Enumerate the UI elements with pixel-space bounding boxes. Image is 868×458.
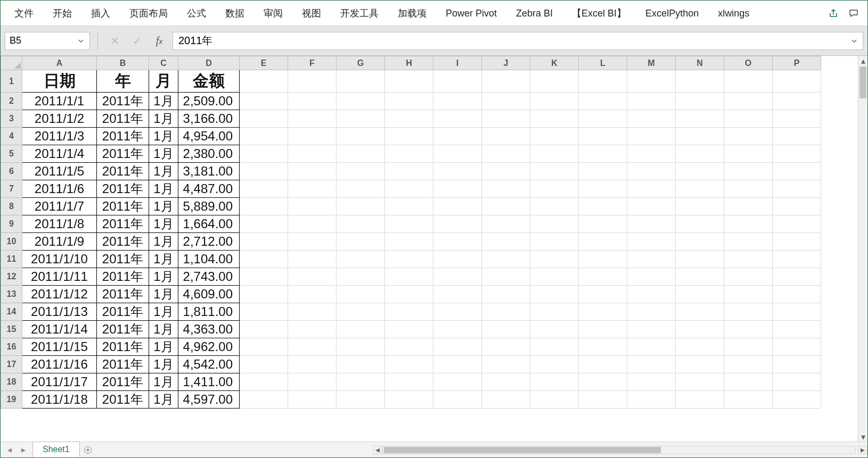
cell-O12[interactable]: [724, 268, 773, 286]
cell-O6[interactable]: [724, 163, 773, 180]
cell-C16[interactable]: 1月: [149, 338, 178, 356]
cell-N12[interactable]: [676, 268, 724, 286]
cell-G6[interactable]: [337, 163, 385, 180]
cell-D3[interactable]: 3,166.00: [178, 110, 240, 128]
column-header-C[interactable]: C: [149, 56, 178, 70]
cell-I3[interactable]: [433, 110, 482, 128]
sheet-nav-next-icon[interactable]: ▸: [18, 444, 29, 456]
cell-B9[interactable]: 2011年: [97, 215, 149, 233]
cell-A18[interactable]: 2011/1/17: [22, 373, 97, 391]
cell-H5[interactable]: [385, 145, 433, 163]
cell-B15[interactable]: 2011年: [97, 321, 149, 338]
cell-D19[interactable]: 4,597.00: [178, 391, 240, 409]
cell-E10[interactable]: [240, 233, 288, 251]
cell-E14[interactable]: [240, 303, 288, 321]
row-header-9[interactable]: 9: [1, 215, 22, 233]
cell-C14[interactable]: 1月: [149, 303, 178, 321]
column-header-M[interactable]: M: [627, 56, 676, 70]
cell-A7[interactable]: 2011/1/6: [22, 180, 97, 198]
scroll-up-icon[interactable]: ▴: [858, 56, 867, 65]
ribbon-tab-4[interactable]: 公式: [177, 1, 216, 26]
cell-O9[interactable]: [724, 215, 773, 233]
ribbon-tab-10[interactable]: Power Pivot: [436, 1, 506, 26]
cell-A15[interactable]: 2011/1/14: [22, 321, 97, 338]
ribbon-tab-5[interactable]: 数据: [216, 1, 254, 26]
cell-A16[interactable]: 2011/1/15: [22, 338, 97, 356]
cell-K6[interactable]: [530, 163, 579, 180]
cell-F12[interactable]: [288, 268, 337, 286]
cell-A17[interactable]: 2011/1/16: [22, 356, 97, 373]
cell-M4[interactable]: [627, 128, 676, 145]
cell-D18[interactable]: 1,411.00: [178, 373, 240, 391]
cell-G18[interactable]: [337, 373, 385, 391]
cell-A6[interactable]: 2011/1/5: [22, 163, 97, 180]
cell-L5[interactable]: [579, 145, 627, 163]
ribbon-tab-13[interactable]: ExcelPython: [636, 1, 708, 26]
column-header-K[interactable]: K: [530, 56, 579, 70]
cell-N11[interactable]: [676, 251, 724, 268]
cell-F8[interactable]: [288, 198, 337, 215]
ribbon-tab-3[interactable]: 页面布局: [120, 1, 177, 26]
row-header-7[interactable]: 7: [1, 180, 22, 198]
cell-O5[interactable]: [724, 145, 773, 163]
cell-P17[interactable]: [773, 356, 821, 373]
cell-D8[interactable]: 5,889.00: [178, 198, 240, 215]
cell-B1[interactable]: 年: [97, 70, 149, 93]
cell-H3[interactable]: [385, 110, 433, 128]
cell-G8[interactable]: [337, 198, 385, 215]
cell-E19[interactable]: [240, 391, 288, 409]
row-header-6[interactable]: 6: [1, 163, 22, 180]
cell-B10[interactable]: 2011年: [97, 233, 149, 251]
cell-M7[interactable]: [627, 180, 676, 198]
cell-L19[interactable]: [579, 391, 627, 409]
cell-H11[interactable]: [385, 251, 433, 268]
cell-H8[interactable]: [385, 198, 433, 215]
cell-P10[interactable]: [773, 233, 821, 251]
ribbon-tab-6[interactable]: 审阅: [254, 1, 292, 26]
cell-H10[interactable]: [385, 233, 433, 251]
cell-J13[interactable]: [482, 286, 530, 303]
cell-E17[interactable]: [240, 356, 288, 373]
cell-D12[interactable]: 2,743.00: [178, 268, 240, 286]
cell-P16[interactable]: [773, 338, 821, 356]
cell-I12[interactable]: [433, 268, 482, 286]
cell-N4[interactable]: [676, 128, 724, 145]
cell-J7[interactable]: [482, 180, 530, 198]
cell-G12[interactable]: [337, 268, 385, 286]
cell-M15[interactable]: [627, 321, 676, 338]
cell-F6[interactable]: [288, 163, 337, 180]
cell-D17[interactable]: 4,542.00: [178, 356, 240, 373]
cell-J19[interactable]: [482, 391, 530, 409]
cell-D6[interactable]: 3,181.00: [178, 163, 240, 180]
cell-I15[interactable]: [433, 321, 482, 338]
cell-A12[interactable]: 2011/1/11: [22, 268, 97, 286]
column-header-B[interactable]: B: [97, 56, 149, 70]
cell-N1[interactable]: [676, 70, 724, 93]
cell-N7[interactable]: [676, 180, 724, 198]
ribbon-tab-11[interactable]: Zebra BI: [506, 1, 562, 26]
name-box[interactable]: B5: [5, 32, 90, 50]
cancel-icon[interactable]: ✕: [105, 32, 124, 50]
cell-C17[interactable]: 1月: [149, 356, 178, 373]
cell-N10[interactable]: [676, 233, 724, 251]
cell-O13[interactable]: [724, 286, 773, 303]
cell-J3[interactable]: [482, 110, 530, 128]
cell-P9[interactable]: [773, 215, 821, 233]
cell-P14[interactable]: [773, 303, 821, 321]
cell-O4[interactable]: [724, 128, 773, 145]
column-header-L[interactable]: L: [579, 56, 627, 70]
cell-N17[interactable]: [676, 356, 724, 373]
cell-H6[interactable]: [385, 163, 433, 180]
cell-P4[interactable]: [773, 128, 821, 145]
column-header-O[interactable]: O: [724, 56, 773, 70]
cell-M3[interactable]: [627, 110, 676, 128]
cell-E2[interactable]: [240, 93, 288, 110]
cell-A10[interactable]: 2011/1/9: [22, 233, 97, 251]
cell-L12[interactable]: [579, 268, 627, 286]
cell-L8[interactable]: [579, 198, 627, 215]
cell-M9[interactable]: [627, 215, 676, 233]
cell-K17[interactable]: [530, 356, 579, 373]
ribbon-tab-12[interactable]: 【Excel BI】: [562, 1, 636, 26]
cell-O18[interactable]: [724, 373, 773, 391]
cell-O19[interactable]: [724, 391, 773, 409]
